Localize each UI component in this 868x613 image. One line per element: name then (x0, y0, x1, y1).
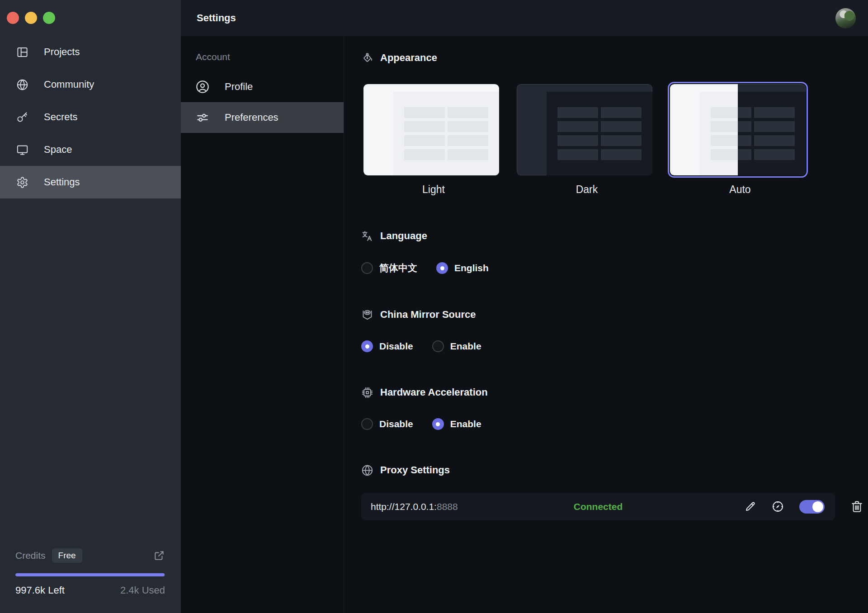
gear-icon (16, 176, 28, 189)
theme-option-dark[interactable]: Dark (514, 82, 659, 196)
sidebar-item-label: Community (44, 79, 94, 90)
radio-english[interactable]: English (436, 262, 489, 274)
proxy-section-header: Proxy Settings (361, 463, 868, 477)
sidebar-item-space[interactable]: Space (0, 133, 181, 166)
layout-grid-icon (16, 46, 28, 58)
theme-option-auto[interactable]: Auto (668, 82, 812, 196)
mirror-repo-icon (361, 309, 373, 321)
proxy-host: http://127.0.0.1: (371, 501, 437, 512)
translate-icon (361, 230, 373, 242)
sidebar-item-label: Secrets (44, 111, 78, 123)
plan-badge[interactable]: Free (52, 548, 82, 563)
credits-left: 997.6k Left (15, 585, 65, 596)
sidebar-item-secrets[interactable]: Secrets (0, 101, 181, 133)
subnav-item-label: Preferences (225, 112, 278, 123)
external-link-icon[interactable] (153, 550, 165, 561)
theme-label: Auto (668, 184, 812, 196)
hardware-radio-group: Disable Enable (361, 418, 868, 430)
sidebar-nav: Projects Community Secrets Space Setting… (0, 36, 181, 198)
zoom-window-button[interactable] (43, 12, 55, 24)
edit-pencil-icon[interactable] (744, 500, 756, 513)
proxy-url: http://127.0.0.1:8888 (371, 501, 458, 512)
monitor-icon (16, 144, 28, 156)
radio-mirror-disable[interactable]: Disable (361, 340, 413, 352)
globe-icon (361, 464, 373, 476)
proxy-row: http://127.0.0.1:8888 Connected (361, 493, 835, 520)
proxy-port: 8888 (437, 501, 458, 512)
user-circle-icon (195, 80, 210, 94)
minimize-window-button[interactable] (25, 12, 37, 24)
radio-simplified-chinese[interactable]: 简体中文 (361, 262, 417, 274)
language-section-header: Language (361, 229, 868, 243)
radio-circle-selected (432, 418, 444, 430)
proxy-entry: http://127.0.0.1:8888 Connected (361, 493, 868, 520)
page-title: Settings (197, 12, 236, 24)
appearance-section-header: Appearance (361, 51, 868, 65)
subnav-item-profile[interactable]: Profile (181, 71, 344, 102)
radio-circle (432, 340, 444, 352)
mirror-radio-group: Disable Enable (361, 340, 868, 352)
radio-label: 简体中文 (379, 262, 417, 274)
radio-circle-selected (436, 262, 448, 274)
trash-icon[interactable] (850, 500, 863, 513)
window-controls (0, 0, 181, 24)
radio-circle (361, 418, 373, 430)
radio-hardware-disable[interactable]: Disable (361, 418, 413, 430)
credits-label: Credits (15, 550, 46, 561)
proxy-status-badge: Connected (574, 501, 623, 512)
settings-subnav: Account Profile Preferences (181, 36, 344, 613)
user-avatar[interactable] (835, 8, 856, 28)
subnav-item-label: Profile (225, 81, 253, 93)
credits-panel: Credits Free 997.6k Left 2.4k Used (0, 548, 181, 613)
proxy-toggle[interactable] (799, 500, 825, 514)
radio-label: Disable (379, 419, 413, 429)
credits-progress-fill (15, 573, 165, 576)
sliders-icon (195, 110, 210, 125)
theme-label: Light (361, 184, 506, 196)
speed-test-compass-icon[interactable] (772, 500, 784, 513)
key-icon (16, 111, 28, 123)
title-bar: Settings (181, 0, 868, 36)
cpu-icon (361, 387, 373, 399)
toggle-knob (812, 501, 823, 512)
radio-mirror-enable[interactable]: Enable (432, 340, 481, 352)
theme-option-light[interactable]: Light (361, 82, 506, 196)
sidebar-item-community[interactable]: Community (0, 68, 181, 101)
globe-icon (16, 79, 28, 91)
radio-label: Enable (450, 341, 481, 352)
credits-progress-bar (15, 573, 165, 576)
sidebar: Projects Community Secrets Space Setting… (0, 0, 181, 613)
sidebar-item-label: Space (44, 144, 72, 156)
preferences-content: Appearance Light (344, 36, 868, 613)
radio-label: English (454, 263, 489, 273)
hardware-section-header: Hardware Acceleration (361, 386, 868, 399)
radio-circle (361, 262, 373, 274)
credits-used: 2.4k Used (120, 585, 165, 596)
section-title: Language (380, 230, 427, 242)
radio-circle-selected (361, 340, 373, 352)
theme-picker: Light Dark (361, 82, 868, 196)
theme-label: Dark (514, 184, 659, 196)
close-window-button[interactable] (7, 12, 19, 24)
sidebar-item-label: Settings (44, 176, 80, 188)
sidebar-item-projects[interactable]: Projects (0, 36, 181, 68)
section-title: Hardware Acceleration (380, 387, 488, 398)
app-window: Projects Community Secrets Space Setting… (0, 0, 868, 613)
section-title: Appearance (380, 52, 437, 64)
radio-hardware-enable[interactable]: Enable (432, 418, 481, 430)
mirror-section-header: China Mirror Source (361, 308, 868, 321)
subnav-item-preferences[interactable]: Preferences (181, 102, 344, 133)
language-radio-group: 简体中文 English (361, 262, 868, 274)
sidebar-item-label: Projects (44, 46, 80, 58)
radio-label: Disable (379, 341, 413, 352)
proxy-actions (744, 500, 825, 514)
radio-label: Enable (450, 419, 481, 429)
sidebar-item-settings[interactable]: Settings (0, 166, 181, 198)
subnav-section-label: Account (196, 52, 344, 62)
main-area: Settings Account Profile Preferences (181, 0, 868, 613)
paint-bucket-icon (361, 52, 373, 64)
section-title: China Mirror Source (380, 309, 476, 321)
section-title: Proxy Settings (380, 464, 450, 476)
